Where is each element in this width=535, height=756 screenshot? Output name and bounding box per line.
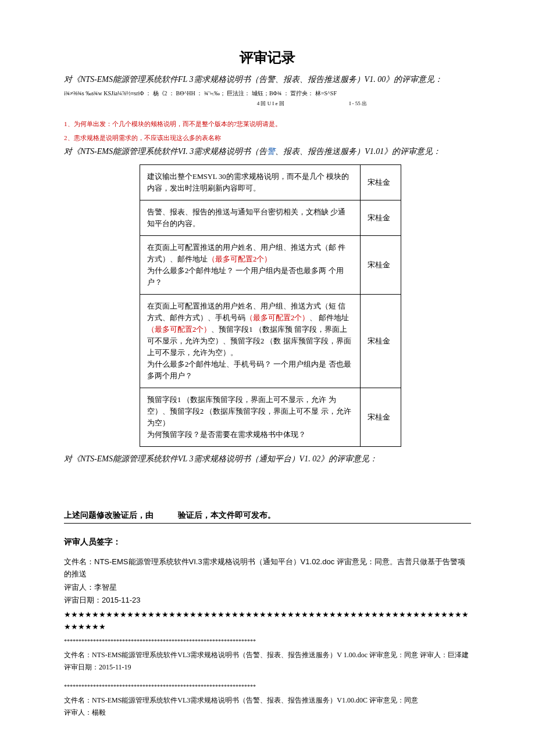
reviewer-line: 评审人：楊毅	[64, 707, 471, 718]
reviewer-name: 宋桂金	[361, 235, 401, 294]
date-line: 评审日期：2015-11-19	[64, 662, 471, 673]
reviewer-name: 宋桂金	[361, 200, 401, 235]
review-text: 在页面上可配置推送的用户姓名、用户组、推送方式（短 信方式、邮件方式）、手机号码…	[140, 294, 361, 388]
date-line: 评宙日期：2015-11-23	[64, 594, 471, 607]
section1-heading: 对《NTS-EMS能源管理系统软件FL 3需求规格说明书（告警、报表、报告推送服…	[64, 73, 471, 86]
table-row: 在页面上可配置推送的用户姓名、用户组、推送方式（邮 件方式）、邮件地址（最多可配…	[140, 235, 401, 294]
garbled-line-2: 4 回 U I e 回 I - 55 出	[64, 99, 471, 108]
note-2: 2、恚求规格是说明需求的，不应该出现这么多的表名称	[64, 133, 471, 144]
reviewer-name: 宋桂金	[361, 294, 401, 388]
review-block-3: 文件名：NTS-EMS能源管理系统软件VL3需求规格说明书（告警、报表、报告推送…	[64, 695, 471, 718]
review-block-2: 文件名：NTS-EMS能源管理系统软件VL3需求规格说明书（告警、报表、报告推送…	[64, 650, 471, 691]
table-row: 建议输出整个EMSYL 30的需求规格说明，而不是几个 模块的内容，发出时注明刷…	[140, 164, 401, 200]
reviewer-name: 宋桂金	[361, 164, 401, 200]
file-line: 文件名：NTS-EMS能源管理系统软件VL3需求规格说明书（告警、报表、报告推送…	[64, 695, 471, 706]
star-divider: ★★★★★★★★★★★★★★★★★★★★★★★★★★★★★★★★★★★★★★★★…	[64, 609, 471, 633]
section3-heading: 对《NTS-EMS能源管理系统软件VL 3需求规格说明书（通知平台）V1. 02…	[64, 453, 471, 465]
table-row: 预留字段1 （数据库预留字段，界面上可不显示，允许 为空）、预留字段2 （数据库…	[140, 388, 401, 446]
note-1: 1、为何单出发：个几个模块的颊格说明，而不是整个版本的7悲莱说明请是。	[64, 119, 471, 130]
reviewer-name: 宋桂金	[361, 388, 401, 446]
reviewer-line: 评宙人：李智星	[64, 582, 471, 594]
asterisk-divider: ****************************************…	[64, 682, 471, 691]
file-line: 文件名：NTS-EMS能源管理系统软件VL3需求规格说明书（告警、报表、报告推送…	[64, 650, 471, 661]
table-row: 在页面上可配置推送的用户姓名、用户组、推送方式（短 信方式、邮件方式）、手机号码…	[140, 294, 401, 388]
asterisk-divider: ****************************************…	[64, 637, 471, 646]
signature-label: 评审人员签字：	[64, 535, 471, 548]
review-block-1: 文件名：NTS-EMS能源管理系统软件VI.3需求规格说明书（通知平台）V1.0…	[64, 556, 471, 646]
garbled-line-1: i¾≠⅜¾s ‰s¾w KSJia­¼⅞½≡sriΦ ： 杨《2 ： BΘ^HH…	[64, 89, 471, 98]
review-text: 建议输出整个EMSYL 30的需求规格说明，而不是几个 模块的内容，发出时注明刷…	[140, 164, 361, 200]
review-text: 告警、报表、报告的推送与通知平台密切相关，文档缺 少通知平台的内容。	[140, 200, 361, 235]
file-line: 文件名：NTS-EMS能源管理系统软件VI.3需求规格说明书（通知平台）V1.0…	[64, 556, 471, 581]
review-table: 建议输出整个EMSYL 30的需求规格说明，而不是几个 模块的内容，发出时注明刷…	[140, 164, 401, 447]
review-text: 在页面上可配置推送的用户姓名、用户组、推送方式（邮 件方式）、邮件地址（最多可配…	[140, 235, 361, 294]
conclusion-line: 上述问题修改验证后，由 验证后，本文件即可发布。	[64, 508, 471, 523]
table-row: 告警、报表、报告的推送与通知平台密切相关，文档缺 少通知平台的内容。 宋桂金	[140, 200, 401, 235]
page-title: 评审记录	[64, 46, 471, 69]
section2-heading: 对《NTS-EMS能源管理系统软件VI. 3需求规格说明书（告警、报表、报告推送…	[64, 145, 471, 158]
review-text: 预留字段1 （数据库预留字段，界面上可不显示，允许 为空）、预留字段2 （数据库…	[140, 388, 361, 446]
